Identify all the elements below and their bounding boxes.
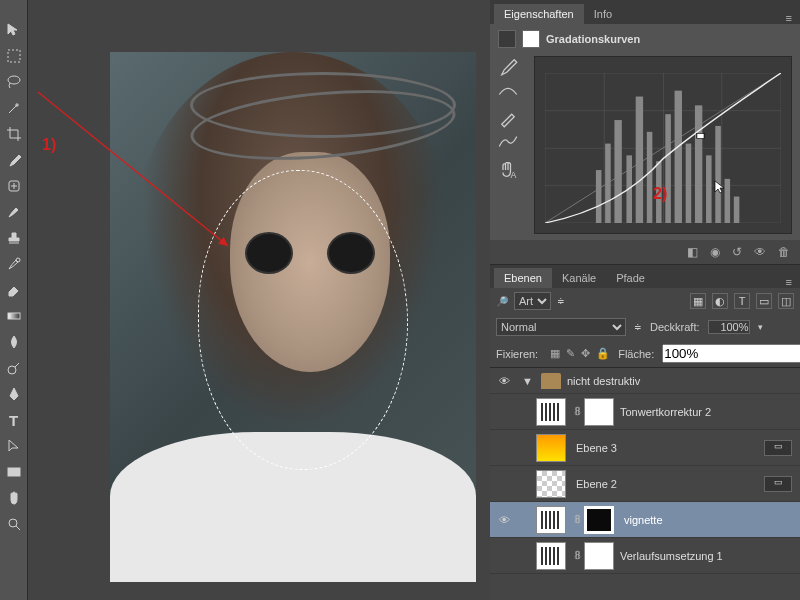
tab-properties[interactable]: Eigenschaften [494,4,584,24]
tab-channels[interactable]: Kanäle [552,268,606,288]
layer-name[interactable]: vignette [624,514,800,526]
layer-fx-icon[interactable]: ▭ [764,440,792,456]
lock-transparent-icon[interactable]: ▦ [550,347,560,360]
layer-thumbnail[interactable] [536,398,566,426]
layer-mask-thumbnail[interactable] [584,542,614,570]
layer-group[interactable]: 👁 ▼ nicht destruktiv [490,368,800,394]
move-tool[interactable] [2,18,26,42]
curves-pencil-icon[interactable] [498,108,518,124]
clip-icon[interactable]: ◧ [687,245,698,259]
svg-rect-36 [697,134,704,139]
link-icon[interactable]: 𝟠 [570,513,584,526]
fill-input[interactable] [662,344,800,363]
lock-all-icon[interactable]: 🔒 [596,347,610,360]
svg-rect-26 [656,161,662,223]
opacity-label: Deckkraft: [650,321,700,333]
curves-sampler-icon[interactable] [498,56,518,72]
layer-mask-thumbnail[interactable] [584,506,614,534]
lock-label: Fixieren: [496,348,538,360]
layer-thumbnail[interactable] [536,506,566,534]
layer-row[interactable]: Ebene 3 ▭ [490,430,800,466]
svg-rect-25 [647,132,653,223]
trash-icon[interactable]: 🗑 [778,245,790,259]
zoom-tool[interactable] [2,512,26,536]
svg-point-7 [9,519,17,527]
layer-name[interactable]: Tonwertkorrektur 2 [620,406,800,418]
tab-layers[interactable]: Ebenen [494,268,552,288]
svg-rect-32 [715,126,721,223]
svg-rect-30 [695,105,702,223]
layer-name[interactable]: Ebene 2 [576,478,764,490]
path-select-tool[interactable] [2,434,26,458]
lock-position-icon[interactable]: ✥ [581,347,590,360]
filter-smart-icon[interactable]: ◫ [778,293,794,309]
magic-wand-tool[interactable] [2,96,26,120]
svg-rect-27 [665,114,671,223]
svg-rect-0 [8,50,20,62]
curves-adjustment-icon [498,30,516,48]
svg-rect-4 [8,313,20,319]
eraser-tool[interactable] [2,278,26,302]
layer-filter-kind[interactable]: Art [514,292,551,310]
filter-shape-icon[interactable]: ▭ [756,293,772,309]
layers-tabs: Ebenen Kanäle Pfade ≡ [490,264,800,288]
pen-tool[interactable] [2,382,26,406]
tab-paths[interactable]: Pfade [606,268,655,288]
stamp-tool[interactable] [2,226,26,250]
layer-row[interactable]: 👁 𝟠 vignette [490,502,800,538]
eyedropper-tool[interactable] [2,148,26,172]
type-tool[interactable]: T [2,408,26,432]
svg-rect-22 [614,120,621,223]
curves-smooth-icon[interactable] [498,134,518,150]
link-icon[interactable]: 𝟠 [570,405,584,418]
view-prev-icon[interactable]: ◉ [710,245,720,259]
gradient-tool[interactable] [2,304,26,328]
layer-row[interactable]: 𝟠 Tonwertkorrektur 2 [490,394,800,430]
layer-name[interactable]: Ebene 3 [576,442,764,454]
folder-icon [541,373,561,389]
svg-line-35 [545,73,781,223]
curves-auto-icon[interactable] [498,82,518,98]
blend-mode-select[interactable]: Normal [496,318,626,336]
filter-type-icon[interactable]: T [734,293,750,309]
panel-menu-icon[interactable]: ≡ [778,12,800,24]
curves-graph[interactable]: 2) [534,56,792,234]
layer-name[interactable]: Verlaufsumsetzung 1 [620,550,800,562]
curves-hand-icon[interactable]: A [498,160,518,176]
layer-thumbnail[interactable] [536,470,566,498]
layer-row[interactable]: 𝟠 Verlaufsumsetzung 1 [490,538,800,574]
annotation-1: 1) [42,136,56,154]
marquee-tool[interactable] [2,44,26,68]
layer-list: 👁 ▼ nicht destruktiv 𝟠 Tonwertkorrektur … [490,367,800,574]
crop-tool[interactable] [2,122,26,146]
reset-icon[interactable]: ↺ [732,245,742,259]
visibility-toggle[interactable]: 👁 [490,514,518,526]
opacity-input[interactable] [708,320,750,334]
hand-tool[interactable] [2,486,26,510]
visibility-icon[interactable]: 👁 [754,245,766,259]
layer-name[interactable]: nicht destruktiv [567,375,800,387]
tab-info[interactable]: Info [584,4,622,24]
rectangle-tool[interactable] [2,460,26,484]
layer-thumbnail[interactable] [536,434,566,462]
dodge-tool[interactable] [2,356,26,380]
lasso-tool[interactable] [2,70,26,94]
layer-mask-thumbnail[interactable] [584,398,614,426]
canvas-area[interactable]: 1) [28,0,490,600]
svg-point-1 [8,76,20,84]
panel-menu-icon[interactable]: ≡ [778,276,800,288]
layer-row[interactable]: Ebene 2 ▭ [490,466,800,502]
blur-tool[interactable] [2,330,26,354]
filter-adjust-icon[interactable]: ◐ [712,293,728,309]
layer-thumbnail[interactable] [536,542,566,570]
link-icon[interactable]: 𝟠 [570,549,584,562]
brush-tool[interactable] [2,200,26,224]
visibility-toggle[interactable]: 👁 [490,375,518,387]
history-brush-tool[interactable] [2,252,26,276]
layer-fx-icon[interactable]: ▭ [764,476,792,492]
lock-paint-icon[interactable]: ✎ [566,347,575,360]
svg-rect-24 [636,97,643,223]
healing-brush-tool[interactable] [2,174,26,198]
disclosure-triangle-icon[interactable]: ▼ [522,375,533,387]
filter-pixel-icon[interactable]: ▦ [690,293,706,309]
